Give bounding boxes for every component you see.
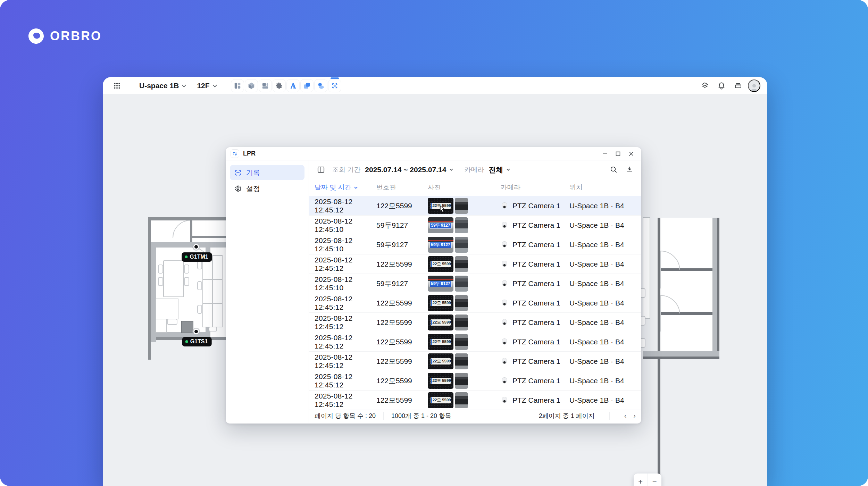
camera-name: PTZ Camera 1 <box>512 221 560 229</box>
table-row[interactable]: 2025-08-12 12:45:12 122모5599 122모 5599 P… <box>309 352 641 371</box>
vehicle-thumb[interactable] <box>455 353 468 369</box>
window-minimize-button[interactable] <box>600 149 610 159</box>
vehicle-thumb[interactable] <box>455 392 468 408</box>
plate-thumb[interactable]: 59두 9127 <box>428 237 453 253</box>
plate-thumb[interactable]: 122모 5599 <box>428 295 453 311</box>
toolbar-divider <box>225 81 225 90</box>
plate-thumb[interactable]: 122모 5599 <box>428 334 453 350</box>
notifications-button[interactable] <box>715 79 728 93</box>
table-row[interactable]: 2025-08-12 12:45:12 122모5599 122모 5599 P… <box>309 293 641 313</box>
app-3d-view-button[interactable] <box>245 79 258 92</box>
cell-location: U-Space 1B · B4 <box>569 260 636 268</box>
app-access-button[interactable] <box>286 79 300 92</box>
header-label: 날짜 및 시간 <box>315 183 351 192</box>
app-lpr-button[interactable] <box>328 79 341 92</box>
window-maximize-button[interactable] <box>613 149 623 159</box>
cell-plate-number: 122모5599 <box>376 357 428 366</box>
chevron-down-icon <box>507 167 510 171</box>
period-filter-value[interactable]: 2025.07.14 ~ 2025.07.14 <box>365 166 452 174</box>
vehicle-thumb[interactable] <box>455 198 468 214</box>
chevron-down-icon <box>450 167 453 171</box>
toolbar-right-group <box>698 79 760 93</box>
plate-thumb-text: 122모 5599 <box>431 378 451 384</box>
camera-name: PTZ Camera 1 <box>512 318 560 327</box>
cell-camera: PTZ Camera 1 <box>501 377 569 385</box>
map-marker-g1tm1[interactable]: G1TM1 <box>182 252 212 262</box>
app-kanban-button[interactable] <box>231 79 244 92</box>
table-row[interactable]: 2025-08-12 12:45:10 59두9127 59두 9127 PTZ… <box>309 216 641 235</box>
prev-page-button[interactable]: ‹ <box>624 412 627 420</box>
user-avatar[interactable] <box>748 79 760 92</box>
cell-photos: 122모 5599 <box>428 315 501 330</box>
table-row[interactable]: 2025-08-12 12:45:12 122모5599 122모 5599 P… <box>309 196 641 216</box>
app-settings-button[interactable] <box>273 79 286 92</box>
table-row[interactable]: 2025-08-12 12:45:10 59두9127 59두 9127 PTZ… <box>309 235 641 254</box>
app-people-button[interactable] <box>314 79 327 92</box>
pagination-right: 2페이지 중 1 페이지 ‹ › <box>539 412 636 420</box>
sidebar-item-settings[interactable]: 설정 <box>230 181 304 196</box>
inbox-button[interactable] <box>731 79 745 93</box>
plate-thumb[interactable]: 59두 9127 <box>428 217 453 233</box>
archive-icon <box>734 82 742 90</box>
vehicle-thumb[interactable] <box>455 373 468 389</box>
app-panels-button[interactable] <box>259 79 272 92</box>
vehicle-thumb[interactable] <box>455 295 468 311</box>
vehicle-thumb[interactable] <box>455 217 468 233</box>
plate-thumb-text: 122모 5599 <box>431 300 451 306</box>
map-marker-g1ts1[interactable]: G1TS1 <box>182 337 212 346</box>
cell-camera: PTZ Camera 1 <box>501 357 569 366</box>
sidebar-toggle-button[interactable] <box>315 164 327 176</box>
table-row[interactable]: 2025-08-12 12:45:12 122모5599 122모 5599 P… <box>309 313 641 332</box>
plate-thumb[interactable]: 122모 5599 <box>428 256 453 272</box>
column-header-datetime[interactable]: 날짜 및 시간 <box>315 183 376 192</box>
cell-location: U-Space 1B · B4 <box>569 338 636 346</box>
zoom-in-button[interactable]: + <box>634 474 648 486</box>
layers-button[interactable] <box>698 79 712 93</box>
zoom-out-button[interactable]: − <box>648 474 662 486</box>
vehicle-thumb[interactable] <box>455 315 468 330</box>
cell-plate-number: 122모5599 <box>376 259 428 269</box>
plate-thumb[interactable]: 122모 5599 <box>428 315 453 330</box>
window-close-button[interactable] <box>626 149 636 159</box>
search-button[interactable] <box>607 164 620 176</box>
plate-thumb[interactable]: 122모 5599 <box>428 373 453 389</box>
sidebar-item-records[interactable]: 기록 <box>230 165 304 180</box>
table-row[interactable]: 2025-08-12 12:45:10 59두9127 59두 9127 PTZ… <box>309 274 641 293</box>
vehicle-thumb[interactable] <box>455 256 468 272</box>
vehicle-thumb[interactable] <box>455 334 468 350</box>
cell-location: U-Space 1B · B4 <box>569 202 636 210</box>
cell-plate-number: 122모5599 <box>376 201 428 211</box>
gear-icon <box>234 185 242 192</box>
table-row[interactable]: 2025-08-12 12:45:12 122모5599 122모 5599 P… <box>309 371 641 391</box>
cursor-pointer-icon <box>439 206 446 213</box>
brand: ORBRO <box>28 28 102 44</box>
plate-thumb[interactable]: 122모 5599 <box>428 353 453 369</box>
screen: ORBRO <box>0 0 868 486</box>
column-header-camera: 카메라 <box>501 183 569 192</box>
cell-location: U-Space 1B · B4 <box>569 241 636 249</box>
table-row[interactable]: 2025-08-12 12:45:12 122모5599 122모 5599 P… <box>309 332 641 352</box>
next-page-button[interactable]: › <box>633 412 636 420</box>
plate-thumb[interactable]: 59두 9127 <box>428 276 453 292</box>
cell-location: U-Space 1B · B4 <box>569 357 636 366</box>
maximize-icon <box>615 151 621 157</box>
plate-thumb[interactable]: 122모 5599 <box>428 392 453 408</box>
vehicle-thumb[interactable] <box>455 237 468 253</box>
range-label: 1000개 중 1 - 20 항목 <box>391 412 451 420</box>
active-app-indicator <box>331 77 339 79</box>
table-row[interactable]: 2025-08-12 12:45:12 122모5599 122모 5599 P… <box>309 254 641 274</box>
app-grid-button[interactable] <box>110 79 124 92</box>
download-button[interactable] <box>623 164 636 176</box>
camera-filter-value[interactable]: 전체 <box>489 165 509 175</box>
cell-datetime: 2025-08-12 12:45:10 <box>315 275 376 292</box>
cell-datetime: 2025-08-12 12:45:12 <box>315 198 376 214</box>
lpr-main: 조회 기간 2025.07.14 ~ 2025.07.14 카메라 전체 <box>309 160 641 424</box>
pagination-divider <box>383 412 384 420</box>
floor-selector[interactable]: 12F <box>193 79 219 92</box>
space-selector[interactable]: U-space 1B <box>136 79 189 92</box>
per-page-label: 페이지 당 항목 수 : 20 <box>315 412 376 420</box>
vehicle-thumb[interactable] <box>455 276 468 292</box>
marker-status-dot <box>185 340 188 343</box>
cell-datetime: 2025-08-12 12:45:12 <box>315 334 376 350</box>
app-assets-button[interactable] <box>300 79 314 92</box>
